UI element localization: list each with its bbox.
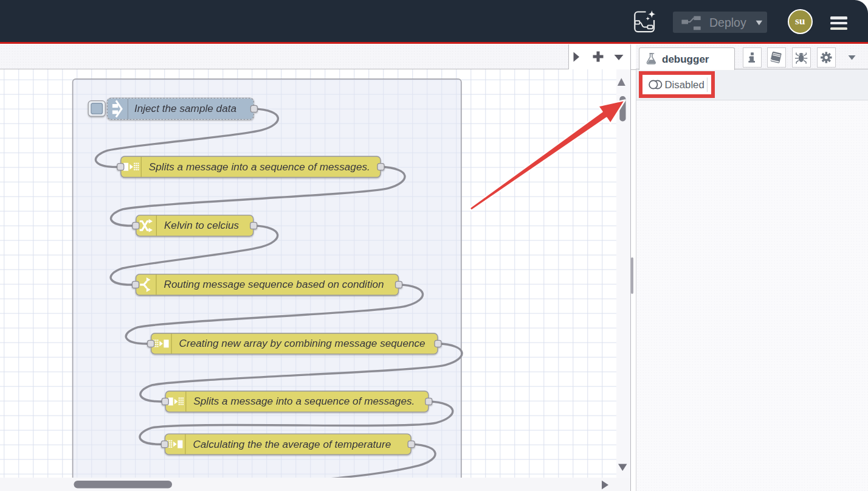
svg-text:Creating new array by combinin: Creating new array by combining message …: [179, 337, 425, 349]
svg-text:Kelvin to celcius: Kelvin to celcius: [164, 219, 239, 231]
svg-text:Routing message sequence based: Routing message sequence based on condit…: [164, 278, 384, 290]
svg-text:Splits a message into a sequen: Splits a message into a sequence of mess…: [193, 395, 415, 407]
svg-text:Inject the sample data: Inject the sample data: [134, 102, 236, 114]
svg-text:Calculating the the average of: Calculating the the average of temperatu…: [193, 437, 391, 450]
svg-text:Splits a message into a sequen: Splits a message into a sequence of mess…: [149, 160, 370, 172]
svg-text:Deploy: Deploy: [709, 16, 746, 29]
svg-text:debugger: debugger: [662, 54, 709, 65]
